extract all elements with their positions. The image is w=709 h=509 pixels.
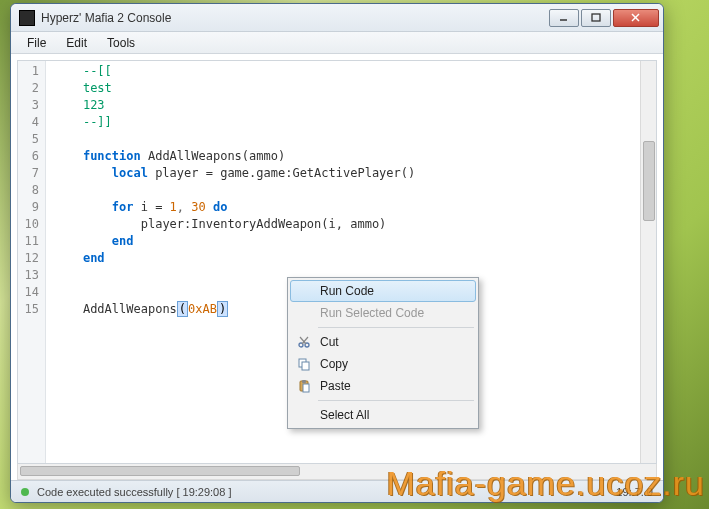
paste-icon	[296, 378, 312, 394]
menu-edit[interactable]: Edit	[56, 34, 97, 52]
code-text: end	[83, 251, 105, 265]
menu-separator	[318, 400, 474, 401]
close-button[interactable]	[613, 9, 659, 27]
menu-label: Cut	[320, 335, 339, 349]
line-number: 9	[18, 199, 45, 216]
context-menu: Run Code Run Selected Code Cut Copy Past…	[287, 277, 479, 429]
line-number: 15	[18, 301, 45, 318]
line-number: 8	[18, 182, 45, 199]
window-controls	[547, 9, 659, 27]
menu-label: Paste	[320, 379, 351, 393]
code-text: --]]	[83, 115, 112, 129]
menu-label: Select All	[320, 408, 369, 422]
code-text: (ammo)	[242, 149, 285, 163]
code-text: test	[83, 81, 112, 95]
svg-rect-1	[592, 14, 600, 21]
bracket-highlight: )	[217, 301, 228, 317]
scissors-icon	[296, 334, 312, 350]
code-text: ,	[177, 200, 191, 214]
code-text: 123	[83, 98, 105, 112]
copy-icon	[296, 356, 312, 372]
menubar: File Edit Tools	[11, 32, 663, 54]
svg-rect-12	[303, 384, 309, 392]
line-gutter: 1 2 3 4 5 6 7 8 9 10 11 12 13 14 15	[18, 61, 46, 463]
menu-separator	[318, 327, 474, 328]
code-text: function	[83, 149, 141, 163]
line-number: 13	[18, 267, 45, 284]
statusbar: Code executed successfully [ 19:29:08 ] …	[11, 480, 663, 502]
code-text: 1	[170, 200, 177, 214]
status-text: Code executed successfully [ 19:29:08 ]	[37, 486, 231, 498]
horizontal-scrollbar[interactable]	[17, 464, 657, 480]
line-number: 3	[18, 97, 45, 114]
line-number: 7	[18, 165, 45, 182]
code-text: for	[112, 200, 134, 214]
line-number: 10	[18, 216, 45, 233]
svg-rect-9	[302, 362, 309, 370]
code-text: AddAllWeapons	[141, 149, 242, 163]
line-number: 4	[18, 114, 45, 131]
code-text: i =	[133, 200, 169, 214]
menu-label: Copy	[320, 357, 348, 371]
code-text: player:InventoryAddWeapon(i, ammo)	[141, 217, 387, 231]
context-paste[interactable]: Paste	[290, 375, 476, 397]
code-text: local	[112, 166, 148, 180]
line-number: 5	[18, 131, 45, 148]
code-text: do	[206, 200, 228, 214]
app-icon	[19, 10, 35, 26]
line-number: 6	[18, 148, 45, 165]
line-number: 14	[18, 284, 45, 301]
code-text: end	[112, 234, 134, 248]
scrollbar-thumb[interactable]	[20, 466, 300, 476]
code-text: player = game.game:GetActivePlayer()	[148, 166, 415, 180]
window-title: Hyperz' Mafia 2 Console	[41, 11, 547, 25]
code-text: 0xAB	[188, 302, 217, 316]
line-number: 11	[18, 233, 45, 250]
menu-label: Run Code	[320, 284, 374, 298]
scrollbar-thumb[interactable]	[643, 141, 655, 221]
context-select-all[interactable]: Select All	[290, 404, 476, 426]
code-text: --[[	[83, 64, 112, 78]
code-text: 30	[191, 200, 205, 214]
svg-rect-11	[302, 380, 306, 383]
vertical-scrollbar[interactable]	[640, 61, 656, 463]
code-text: AddAllWeapons	[83, 302, 177, 316]
bracket-highlight: (	[177, 301, 188, 317]
titlebar[interactable]: Hyperz' Mafia 2 Console	[11, 4, 663, 32]
menu-file[interactable]: File	[17, 34, 56, 52]
context-copy[interactable]: Copy	[290, 353, 476, 375]
line-number: 2	[18, 80, 45, 97]
line-number: 1	[18, 63, 45, 80]
status-right-text: 19:.7..0	[616, 486, 653, 498]
maximize-button[interactable]	[581, 9, 611, 27]
context-run-selected[interactable]: Run Selected Code	[290, 302, 476, 324]
minimize-button[interactable]	[549, 9, 579, 27]
menu-label: Run Selected Code	[320, 306, 424, 320]
context-run-code[interactable]: Run Code	[290, 280, 476, 302]
line-number: 12	[18, 250, 45, 267]
context-cut[interactable]: Cut	[290, 331, 476, 353]
status-indicator-icon	[21, 488, 29, 496]
menu-tools[interactable]: Tools	[97, 34, 145, 52]
